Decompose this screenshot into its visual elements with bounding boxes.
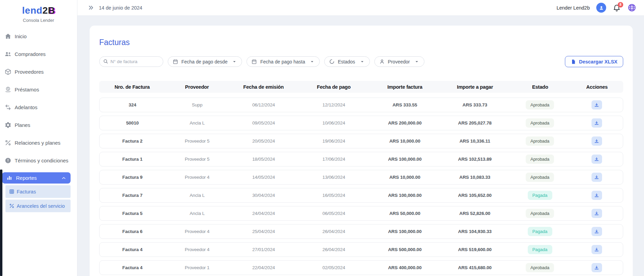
download-row-button[interactable] [591, 209, 602, 218]
cell-nro-factura: 50010 [100, 120, 165, 126]
sidebar-item-label: Términos y condiciones [15, 158, 69, 163]
alert-circle-icon [4, 157, 12, 164]
table-row: Factura 2Proveedor 520/05/202419/06/2024… [99, 134, 623, 148]
sidebar-item-label: Relaciones y planes [15, 140, 60, 146]
facturas-card: Facturas Fecha de pago desdeFecha de pag… [90, 26, 633, 276]
cell-fecha-pago: 26/04/2024 [298, 247, 370, 252]
cell-importe-pagar: ARS 333.73 [440, 102, 509, 107]
language-globe-icon[interactable] [627, 3, 636, 12]
user-label: Lender Lend2b [556, 5, 590, 11]
cell-importe-factura: ARS 100,000.00 [369, 193, 440, 198]
logo-text: lend2B [0, 5, 77, 16]
gear-icon [4, 121, 12, 129]
table-row: Factura 4Proveedor 427/01/202426/04/2024… [99, 242, 623, 257]
cell-proveedor: Proveedor 5 [165, 157, 229, 162]
filter-fecha-de-pago-desde[interactable]: Fecha de pago desde [168, 56, 242, 67]
sidebar-item-label: Préstamos [15, 87, 39, 92]
calendar-icon [173, 59, 178, 64]
file-icon [571, 59, 576, 64]
download-xlsx-label: Descargar XLSX [579, 59, 617, 64]
download-row-button[interactable] [591, 173, 602, 182]
sidebar-item-planes[interactable]: Planes [0, 116, 77, 134]
cell-nro-factura: Factura 7 [100, 193, 165, 198]
filter-proveedor[interactable]: Proveedor [374, 56, 425, 67]
cell-importe-pagar: ARS 52,826.00 [440, 211, 509, 216]
download-row-button[interactable] [591, 263, 602, 272]
cell-importe-pagar: ARS 104,930.33 [440, 229, 509, 234]
cell-fecha-emision: 22/04/2024 [229, 265, 298, 270]
filter-estados[interactable]: Estados [324, 56, 370, 67]
sidebar-item-label: Planes [15, 122, 30, 128]
bar-chart-icon [6, 175, 13, 181]
cell-proveedor: Proveedor 5 [165, 139, 229, 144]
sidebar-item-compradores[interactable]: Compradores [0, 45, 77, 63]
sidebar-item-pr-stamos[interactable]: Préstamos [0, 81, 77, 98]
table-row: Factura 9Proveedor 414/05/202413/06/2024… [99, 170, 623, 185]
chevron-down-icon [309, 59, 315, 64]
sidebar-item-label: Reportes [16, 175, 37, 181]
sidebar-item-reportes[interactable]: Reportes [2, 172, 71, 184]
sidebar-subitem-aranceles-del-servicio[interactable]: Aranceles del servicio [5, 200, 71, 212]
chevron-down-icon [359, 59, 365, 64]
download-row-button[interactable] [591, 227, 602, 236]
double-chevron-icon[interactable] [88, 4, 94, 11]
filter-label: Fecha de pago desde [181, 59, 227, 64]
cell-fecha-pago: 16/05/2024 [298, 193, 370, 198]
logo: lend2B Consola Lender [0, 0, 77, 23]
cell-importe-factura: ARS 100,000.00 [369, 229, 440, 234]
cell-fecha-emision: 24/04/2024 [229, 211, 298, 216]
download-row-button[interactable] [591, 136, 602, 146]
cell-fecha-emision: 30/04/2024 [229, 193, 298, 198]
sidebar-subitem-facturas[interactable]: Facturas [5, 185, 71, 198]
download-xlsx-button[interactable]: Descargar XLSX [565, 56, 623, 67]
sidebar-item-label: Proveedores [15, 69, 44, 75]
sidebar-scrollbar[interactable] [0, 170, 2, 276]
cell-proveedor: Proveedor 4 [165, 229, 229, 234]
avatar[interactable] [596, 3, 606, 13]
status-badge: Aprobada [526, 173, 554, 182]
table-row: Factura 5Ancla L24/04/202406/05/2024ARS … [99, 206, 623, 221]
cell-proveedor: Ancla L [165, 211, 229, 216]
sidebar-item-proveedores[interactable]: Proveedores [0, 63, 77, 81]
cell-importe-factura: ARS 100,000.00 [369, 157, 440, 162]
cell-nro-factura: Factura 9 [100, 175, 165, 180]
download-row-button[interactable] [591, 155, 602, 164]
download-row-button[interactable] [591, 191, 602, 200]
sidebar-item-inicio[interactable]: Inicio [0, 27, 77, 45]
home-icon [4, 33, 12, 40]
column-header-acciones: Acciones [571, 84, 623, 90]
table-body: 324Supp06/12/202412/12/2024ARS 333.55ARS… [99, 98, 623, 275]
sidebar-item-t-rminos-y-condiciones[interactable]: Términos y condiciones [0, 151, 77, 169]
swap-icon [4, 104, 12, 111]
column-header-estado: Estado [510, 84, 571, 90]
cell-proveedor: Proveedor 4 [165, 247, 229, 252]
sidebar-item-adelantos[interactable]: Adelantos [0, 98, 77, 116]
filter-fecha-de-pago-hasta[interactable]: Fecha de pago hasta [246, 56, 320, 67]
status-badge: Aprobada [526, 118, 554, 128]
sidebar-item-relaciones-y-planes[interactable]: Relaciones y planes [0, 134, 77, 151]
download-row-button[interactable] [591, 100, 602, 110]
cell-importe-factura: ARS 333.55 [369, 102, 440, 107]
cell-importe-factura: ARS 10,000.00 [369, 139, 440, 144]
download-icon [594, 102, 599, 108]
column-header-fecha-de-pago: Fecha de pago [298, 84, 369, 90]
cell-fecha-pago: 10/06/2024 [298, 120, 370, 126]
table-row: Factura 6Proveedor 425/04/202426/04/2024… [99, 224, 623, 239]
download-icon [594, 211, 599, 216]
logo-part-2: 2 [42, 5, 48, 16]
table-row: Factura 7Ancla L30/04/202416/05/2024ARS … [99, 188, 623, 203]
page-title: Facturas [99, 26, 623, 47]
download-row-button[interactable] [591, 118, 602, 128]
cell-importe-pagar: ARS 10,083.33 [440, 175, 509, 180]
coin-icon [4, 86, 12, 93]
sidebar-nav: InicioCompradoresProveedoresPréstamosAde… [0, 27, 77, 169]
cell-nro-factura: Factura 5 [100, 211, 165, 216]
download-icon [594, 157, 599, 162]
invoice-search [99, 56, 163, 67]
search-input[interactable] [99, 56, 163, 67]
status-badge: Pagada [528, 245, 552, 254]
user-icon [379, 59, 385, 64]
download-row-button[interactable] [591, 245, 602, 254]
cell-importe-factura: ARS 500,000.00 [369, 247, 440, 252]
notifications-button[interactable]: 8 [613, 4, 621, 12]
